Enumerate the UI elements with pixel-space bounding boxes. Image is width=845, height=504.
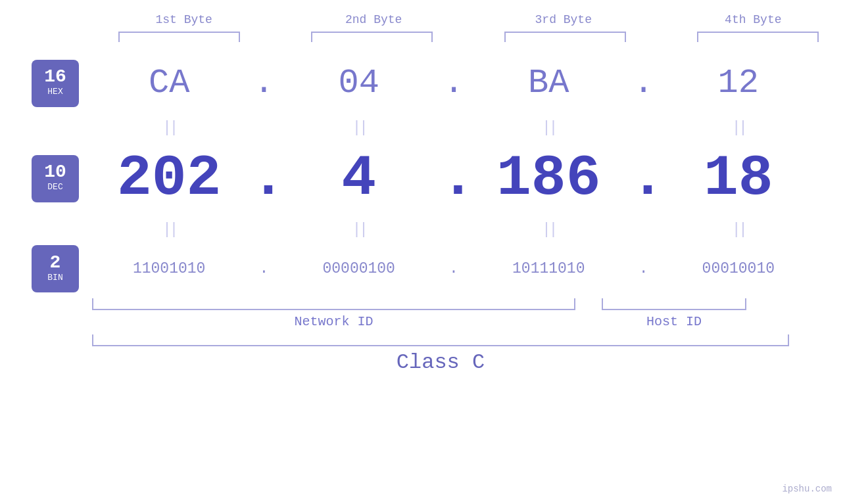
dec-badge-label: DEC (47, 181, 62, 193)
bin-badge: 2 BIN (32, 245, 79, 292)
dec-byte2: 4 (287, 150, 431, 208)
network-id-label: Network ID (92, 314, 575, 329)
equals-5: || (97, 221, 241, 239)
dot-dec-2: . (441, 146, 467, 211)
bin-byte2: 00000100 (287, 260, 431, 277)
equals-8: || (666, 221, 811, 239)
hex-byte2: 04 (287, 64, 431, 103)
equals-2: || (287, 119, 431, 137)
hex-badge: 16 HEX (32, 60, 79, 107)
hex-byte1: CA (97, 64, 241, 103)
byte1-header: 1st Byte (112, 13, 256, 26)
equals-4: || (666, 119, 811, 137)
bin-byte4: 00010010 (666, 260, 811, 277)
dec-byte3: 186 (476, 150, 621, 208)
bin-badge-number: 2 (50, 254, 61, 272)
host-id-label: Host ID (602, 314, 746, 329)
dot-hex-3: . (631, 64, 657, 103)
dot-bin-1: . (251, 260, 277, 277)
bracket-byte2 (311, 32, 433, 42)
dot-dec-3: . (631, 146, 657, 211)
byte3-header: 3rd Byte (491, 13, 636, 26)
equals-3: || (476, 119, 621, 137)
byte4-header: 4th Byte (681, 13, 825, 26)
dec-badge: 10 DEC (32, 155, 79, 202)
dot-dec-1: . (251, 146, 277, 211)
dec-byte1: 202 (97, 150, 241, 208)
class-label: Class C (92, 350, 789, 375)
bracket-byte4 (697, 32, 819, 42)
dot-hex-1: . (251, 64, 277, 103)
class-bracket (92, 334, 789, 346)
hex-badge-number: 16 (44, 68, 66, 86)
equals-6: || (287, 221, 431, 239)
hex-byte3: BA (476, 64, 621, 103)
dec-badge-number: 10 (44, 163, 66, 181)
network-id-bracket (92, 298, 575, 310)
byte2-header: 2nd Byte (301, 13, 446, 26)
hex-badge-label: HEX (47, 86, 62, 98)
bracket-byte3 (504, 32, 626, 42)
dot-bin-2: . (441, 260, 467, 277)
dot-bin-3: . (631, 260, 657, 277)
bin-byte1: 11001010 (97, 260, 241, 277)
hex-byte4: 12 (666, 64, 811, 103)
bin-badge-label: BIN (47, 272, 62, 284)
main-container: 1st Byte 2nd Byte 3rd Byte 4th Byte 16 H… (0, 0, 845, 504)
equals-7: || (476, 221, 621, 239)
bracket-byte1 (118, 32, 240, 42)
host-id-bracket (602, 298, 746, 310)
bin-byte3: 10111010 (476, 260, 621, 277)
dot-hex-2: . (441, 64, 467, 103)
equals-1: || (97, 119, 241, 137)
watermark: ipshu.com (782, 484, 832, 494)
dec-byte4: 18 (666, 150, 811, 208)
